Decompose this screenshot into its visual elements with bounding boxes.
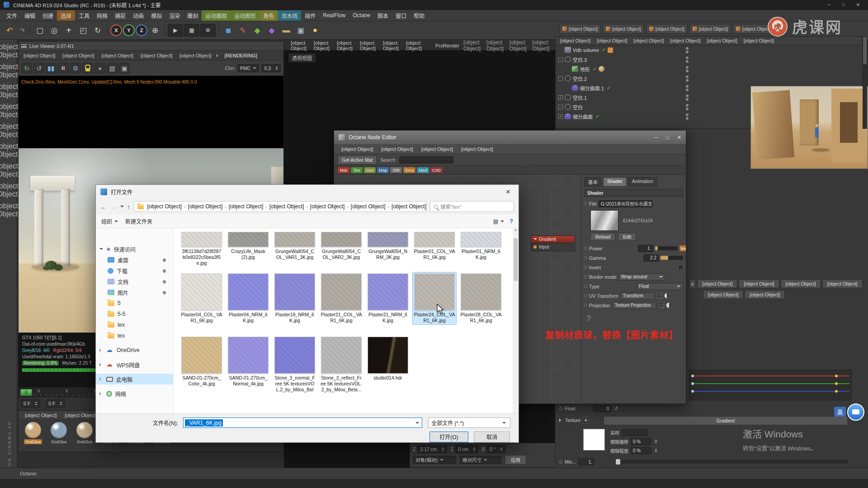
channel-tab[interactable]: [object Object] [739, 279, 779, 288]
visibility-dots-icon[interactable] [686, 47, 689, 53]
node-category-tab[interactable]: Oth [390, 167, 402, 173]
new-folder-button[interactable]: 新建文件夹 [125, 217, 152, 225]
viewport-menu-item[interactable]: [object Object] [403, 39, 425, 52]
maximize-button[interactable]: □ [666, 135, 669, 141]
node-editor-title-bar[interactable]: Octane Node Editor ─ □ ✕ [334, 131, 686, 144]
menu-item[interactable]: 流水线 [278, 10, 301, 21]
modeling-tool-icon[interactable]: [object Object] [3, 105, 14, 117]
file-item[interactable]: SAND-01-270cm_Color_4k.jpg [180, 336, 223, 394]
expand-toggle-icon[interactable]: + [558, 114, 563, 119]
modeling-tool-icon[interactable]: [object Object] [3, 85, 14, 97]
filename-input[interactable]: _VAR1_6K.jpg [183, 418, 422, 428]
menu-item[interactable]: 角色 [259, 10, 278, 21]
material-tag-icon[interactable] [608, 47, 613, 53]
visibility-dots-icon[interactable] [686, 94, 689, 101]
view-mode-button[interactable]: ▤ [493, 218, 504, 225]
live-viewer-menu-item[interactable]: [object Object] [59, 52, 97, 59]
sidebar-item[interactable]: tex [96, 319, 173, 330]
visibility-dots-icon[interactable] [686, 75, 689, 82]
expand-toggle-icon[interactable]: + [558, 95, 563, 100]
sidebar-item[interactable]: tex [96, 330, 173, 341]
selection-tool-icon[interactable]: ▢ [33, 23, 47, 37]
texture-link-icon[interactable] [583, 417, 589, 423]
file-item[interactable]: Stone_3_normal_Free 5K texturesVOL.2_by_… [273, 336, 316, 394]
live-selection-icon[interactable]: ◎ [47, 23, 61, 37]
render-view-button[interactable]: ▶ [168, 24, 183, 37]
sampling-field[interactable] [622, 429, 648, 436]
menu-item[interactable]: 文件 [3, 10, 21, 21]
file-item[interactable]: Plaster28_COL_VAR1_6K.jpg [459, 272, 503, 324]
shader-panel-tab[interactable]: 基本 [584, 177, 602, 187]
modeling-tool-icon[interactable]: [object Object] [3, 204, 14, 216]
refresh-icon[interactable]: ↻ [21, 63, 32, 74]
stepper-arrows-icon[interactable] [275, 65, 278, 71]
file-item[interactable]: Plaster04_NRM_6K.jpg [226, 272, 270, 324]
frame-start-stepper[interactable]: 0 F [21, 399, 40, 408]
restart-icon[interactable]: ↺ [33, 63, 44, 74]
lock-resolution-icon[interactable] [82, 63, 93, 74]
material-sphere[interactable] [76, 422, 93, 438]
modeling-tool-icon[interactable]: [object Object] [3, 125, 14, 136]
expand-toggle-icon[interactable] [566, 67, 570, 71]
texture-preview-thumbnail[interactable] [590, 210, 618, 231]
object-manager-menu-item[interactable]: [object Object] [594, 38, 630, 44]
menu-item[interactable]: 窗口 [392, 10, 410, 21]
file-item[interactable]: GrungeWall054_COL_VAR1_3K.jpg [273, 231, 316, 267]
file-item[interactable]: 3f61138d7d28f287b0e8322c5bea3f5e.jpg [180, 231, 223, 267]
axis-z-lock-button[interactable]: Z [136, 24, 147, 36]
coordinate-mode-select[interactable]: 对象(相对) [413, 456, 456, 464]
live-viewer-title-bar[interactable]: Live Viewer 3.07-R1 [19, 42, 283, 51]
deformer-button[interactable]: ◆ [265, 23, 278, 37]
object-row[interactable]: − 空白.3 [556, 55, 691, 64]
gamma-slider[interactable] [660, 256, 683, 260]
object-row[interactable]: Vdb volume ✓ [556, 45, 691, 55]
matrix-grid-icon[interactable] [656, 293, 662, 299]
material-item[interactable]: OctGlos [22, 422, 44, 444]
align-button[interactable]: [object Object] [559, 24, 601, 34]
file-item[interactable]: studio014.hdr [366, 336, 410, 394]
get-active-mat-button[interactable]: Get Active Mat [338, 155, 377, 164]
invert-checkbox[interactable] [678, 265, 683, 270]
mix-value-field[interactable]: 1. [578, 458, 594, 465]
material-tag-icon[interactable] [599, 66, 604, 72]
reload-button[interactable]: Reload [590, 233, 615, 241]
quick-access-section[interactable]: ★ 快速访问 [96, 244, 173, 254]
node-category-tab[interactable]: Map [377, 167, 389, 173]
blur-offset-field[interactable]: 0 % [631, 438, 651, 445]
sidebar-root-item[interactable]: ☁ WPS网盘 [96, 359, 173, 370]
node-editor-menu-item[interactable]: [object Object] [338, 145, 377, 153]
modeling-tool-icon[interactable]: [object Object] [3, 164, 14, 176]
live-viewer-menu-item[interactable]: [object Object] [99, 52, 137, 59]
object-manager-menu-item[interactable]: [object Object] [631, 38, 666, 44]
viewport-name-label[interactable]: 透视视图 [288, 53, 316, 62]
object-manager-menu-item[interactable]: [object Object] [557, 38, 593, 44]
sidebar-item[interactable]: 5 [96, 298, 173, 309]
menu-item[interactable]: 捕捉 [111, 10, 129, 21]
tex-link-chip[interactable]: tex [679, 245, 686, 251]
menu-item[interactable]: 插件 [301, 10, 319, 21]
menu-item[interactable]: 模拟 [147, 10, 165, 21]
picture-icon[interactable]: ▣ [119, 63, 130, 74]
modeling-tool-icon[interactable]: [object Object] [3, 65, 14, 77]
type-select[interactable]: Float [636, 283, 683, 290]
close-button[interactable]: ✕ [852, 1, 864, 9]
visibility-dots-icon[interactable] [686, 56, 689, 63]
shader-panel-tab[interactable]: Shader [603, 177, 627, 187]
file-item[interactable]: Plaster01_COL_VAR1_6K.jpg [413, 231, 456, 267]
node-category-tab[interactable]: Ems [403, 167, 415, 173]
visibility-dots-icon[interactable] [686, 66, 689, 72]
object-row[interactable]: − 空白.2 [556, 74, 691, 83]
breadcrumb-item[interactable]: [object Object] [308, 203, 347, 210]
visibility-dots-icon[interactable] [686, 104, 689, 110]
frame-end-stepper[interactable]: 0 F [46, 399, 65, 408]
object-row[interactable]: 地形 ✓ [556, 64, 691, 74]
viewport-menu-item[interactable]: [object Object] [334, 39, 356, 52]
modeling-tool-icon[interactable]: [object Object] [3, 184, 14, 196]
edit-button[interactable]: Edit [618, 233, 636, 241]
enabled-check-icon[interactable]: ✓ [602, 47, 606, 53]
settings-gear-icon[interactable]: ⚙ [70, 63, 81, 74]
breadcrumb-item[interactable]: [object Object] [390, 203, 427, 210]
material-item[interactable]: OctGlos [48, 422, 70, 444]
combo-arrow-icon[interactable] [415, 422, 419, 426]
matrix-grid-icon[interactable] [658, 302, 664, 308]
